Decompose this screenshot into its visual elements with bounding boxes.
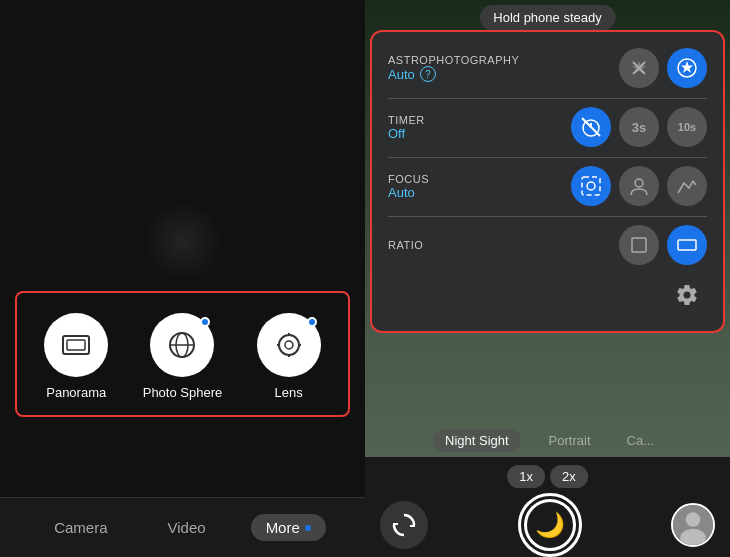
tab-night-sight[interactable]: Night Sight — [433, 429, 521, 452]
divider-2 — [388, 157, 707, 158]
settings-popup: ASTROPHOTOGRAPHY Auto ? — [370, 30, 725, 333]
mode-item-photo-sphere[interactable]: Photo Sphere — [143, 313, 223, 400]
timer-title: TIMER — [388, 114, 571, 126]
svg-point-17 — [587, 182, 595, 190]
astro-value: Auto ? — [388, 66, 619, 82]
mode-grid: Panorama Photo Sphere — [15, 291, 350, 417]
left-camera-viewfinder: Panorama Photo Sphere — [0, 0, 365, 497]
timer-off-btn[interactable] — [571, 107, 611, 147]
svg-point-5 — [279, 335, 299, 355]
svg-rect-21 — [678, 240, 696, 250]
focus-auto-btn[interactable] — [571, 166, 611, 206]
timer-10-btn[interactable]: 10s — [667, 107, 707, 147]
divider-1 — [388, 98, 707, 99]
panorama-icon-circle — [44, 313, 108, 377]
timer-icons: 3s 10s — [571, 107, 707, 147]
focus-row: FOCUS Auto — [388, 166, 707, 206]
astro-icons — [619, 48, 707, 88]
mode-item-panorama[interactable]: Panorama — [44, 313, 108, 400]
mode-item-lens[interactable]: Lens — [257, 313, 321, 400]
settings-gear-btn[interactable] — [667, 275, 707, 315]
hold-phone-badge: Hold phone steady — [479, 5, 615, 30]
tab-video[interactable]: Video — [153, 514, 221, 541]
photo-sphere-dot — [200, 317, 210, 327]
astro-on-btn[interactable] — [667, 48, 707, 88]
right-mode-tabs: Night Sight Portrait Ca... — [365, 429, 730, 452]
zoom-controls: 1x 2x — [507, 465, 587, 488]
more-dot — [305, 525, 311, 531]
svg-rect-18 — [582, 177, 600, 195]
focus-title: FOCUS — [388, 173, 571, 185]
divider-3 — [388, 216, 707, 217]
svg-point-19 — [635, 179, 643, 187]
gear-row — [388, 275, 707, 315]
svg-point-23 — [686, 512, 701, 527]
timer-3-btn[interactable]: 3s — [619, 107, 659, 147]
timer-value: Off — [388, 126, 571, 141]
astro-help-icon[interactable]: ? — [420, 66, 436, 82]
photo-sphere-icon-circle — [150, 313, 214, 377]
focus-label: FOCUS Auto — [388, 173, 571, 200]
astro-row: ASTROPHOTOGRAPHY Auto ? — [388, 48, 707, 88]
astro-label: ASTROPHOTOGRAPHY Auto ? — [388, 54, 619, 82]
svg-point-24 — [680, 529, 705, 547]
zoom-2x[interactable]: 2x — [550, 465, 588, 488]
tab-camera2[interactable]: Ca... — [619, 429, 662, 452]
left-panel: Panorama Photo Sphere — [0, 0, 365, 557]
tab-more[interactable]: More — [251, 514, 326, 541]
astro-off-btn[interactable] — [619, 48, 659, 88]
shutter-inner: 🌙 — [524, 499, 576, 551]
shutter-moon-icon: 🌙 — [535, 511, 565, 539]
ratio-row: RATIO — [388, 225, 707, 265]
right-panel: Hold phone steady ASTROPHOTOGRAPHY Auto … — [365, 0, 730, 557]
lens-label: Lens — [275, 385, 303, 400]
tab-portrait[interactable]: Portrait — [541, 429, 599, 452]
focus-icons — [571, 166, 707, 206]
ratio-icons — [619, 225, 707, 265]
focus-value: Auto — [388, 185, 571, 200]
panorama-label: Panorama — [46, 385, 106, 400]
svg-rect-20 — [632, 238, 646, 252]
avatar[interactable] — [671, 503, 715, 547]
focus-landscape-btn[interactable] — [667, 166, 707, 206]
mode-switch-btn[interactable] — [380, 501, 428, 549]
left-bottom-bar: Camera Video More — [0, 497, 365, 557]
tab-camera[interactable]: Camera — [39, 514, 122, 541]
timer-label: TIMER Off — [388, 114, 571, 141]
svg-rect-1 — [67, 340, 85, 350]
ratio-sq-btn[interactable] — [619, 225, 659, 265]
focus-face-btn[interactable] — [619, 166, 659, 206]
right-bottom-bar: 1x 2x 🌙 — [365, 457, 730, 557]
ratio-label: RATIO — [388, 239, 619, 251]
ratio-wide-btn[interactable] — [667, 225, 707, 265]
ratio-title: RATIO — [388, 239, 619, 251]
lens-dot — [307, 317, 317, 327]
camera-actions: 🌙 — [365, 493, 730, 557]
svg-point-6 — [285, 341, 293, 349]
shutter-button[interactable]: 🌙 — [518, 493, 582, 557]
astro-title: ASTROPHOTOGRAPHY — [388, 54, 619, 66]
zoom-1x[interactable]: 1x — [507, 465, 545, 488]
photo-sphere-label: Photo Sphere — [143, 385, 223, 400]
timer-row: TIMER Off 3s 10s — [388, 107, 707, 147]
lens-icon-circle — [257, 313, 321, 377]
